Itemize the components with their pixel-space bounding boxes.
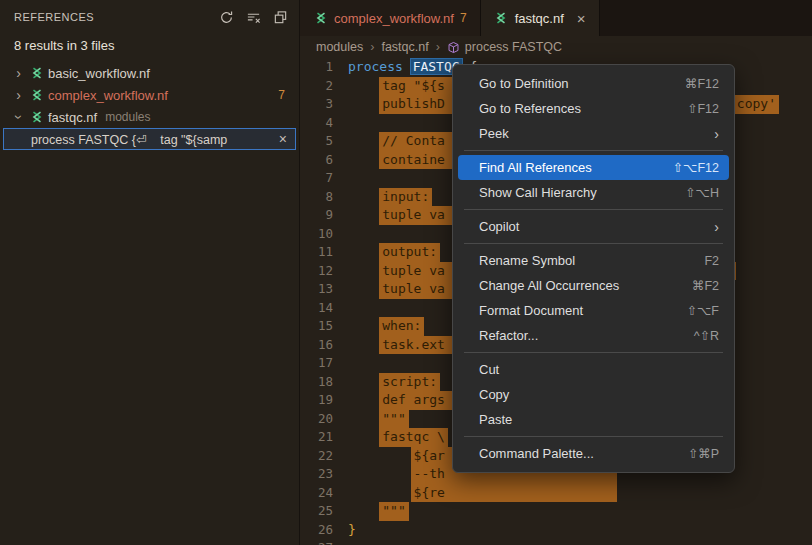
tab-fastqc-nf[interactable]: fastqc.nf×: [481, 0, 600, 36]
match-highlight: """: [379, 410, 408, 429]
line-number: 1: [300, 58, 348, 77]
menu-item-shortcut: ⌘F12: [685, 76, 719, 91]
menu-item-find-all-references[interactable]: Find All References⇧⌥F12: [458, 155, 729, 180]
menu-item-rename-symbol[interactable]: Rename SymbolF2: [458, 248, 729, 273]
menu-item-label: Refactor...: [479, 328, 538, 343]
file-row-fastqc-nf[interactable]: ›fastqc.nfmodules: [0, 106, 299, 128]
line-number: 7: [300, 169, 348, 188]
tab-complex-workflow-nf[interactable]: complex_workflow.nf7: [300, 0, 481, 36]
menu-item-refactor[interactable]: Refactor...^⇧R: [458, 323, 729, 348]
breadcrumb-separator: ›: [370, 40, 374, 54]
references-sidebar: REFERENCES 8 results in 3 files ›basic_w…: [0, 0, 300, 545]
submenu-arrow-icon: ›: [714, 126, 719, 142]
submenu-arrow-icon: ›: [714, 219, 719, 235]
code-token: }: [348, 522, 356, 537]
tab-badge: 7: [460, 11, 467, 25]
match-highlight: ${re: [411, 484, 617, 503]
line-number: 6: [300, 151, 348, 170]
line-number: 18: [300, 373, 348, 392]
line-content: """: [348, 502, 812, 521]
line-number: 26: [300, 521, 348, 540]
line-number: 22: [300, 447, 348, 466]
chevron-icon: ›: [11, 111, 27, 124]
match-highlight: output:: [379, 243, 440, 262]
breadcrumb-item-process-fastqc[interactable]: process FASTQC: [447, 40, 562, 54]
breadcrumb-separator: ›: [436, 40, 440, 54]
breadcrumb-item-fastqc-nf[interactable]: fastqc.nf: [381, 40, 428, 54]
match-highlight: input:: [379, 188, 432, 207]
reference-count-badge: 7: [278, 88, 291, 102]
refresh-icon[interactable]: [217, 8, 235, 26]
line-number: 9: [300, 206, 348, 225]
menu-item-label: Find All References: [479, 160, 592, 175]
tab-close-icon[interactable]: ×: [577, 10, 586, 27]
menu-separator: [464, 436, 723, 437]
menu-item-cut[interactable]: Cut: [458, 357, 729, 382]
sidebar-toolbar: [217, 8, 289, 26]
code-line[interactable]: 26}: [300, 521, 812, 540]
menu-item-label: Paste: [479, 412, 512, 427]
file-row-complex-workflow-nf[interactable]: ›complex_workflow.nf7: [0, 84, 299, 106]
menu-item-change-all-occurrences[interactable]: Change All Occurrences⌘F2: [458, 273, 729, 298]
menu-item-shortcut: F2: [704, 254, 719, 268]
line-number: 5: [300, 132, 348, 151]
line-number: 4: [300, 114, 348, 133]
line-number: 17: [300, 354, 348, 373]
line-number: 27: [300, 539, 348, 545]
reference-result-item[interactable]: process FASTQC {⏎ tag "${samp×: [3, 128, 296, 150]
symbol-icon: [447, 41, 460, 54]
menu-item-peek[interactable]: Peek›: [458, 121, 729, 146]
breadcrumb-item-modules[interactable]: modules: [316, 40, 363, 54]
file-row-basic-workflow-nf[interactable]: ›basic_workflow.nf: [0, 62, 299, 84]
menu-item-command-palette[interactable]: Command Palette...⇧⌘P: [458, 441, 729, 466]
line-number: 10: [300, 225, 348, 244]
menu-item-shortcut: ⇧⌥F: [686, 303, 719, 318]
line-number: 15: [300, 317, 348, 336]
code-line[interactable]: 24${re: [300, 484, 812, 503]
menu-separator: [464, 352, 723, 353]
menu-item-label: Rename Symbol: [479, 253, 575, 268]
clear-results-icon[interactable]: [244, 8, 262, 26]
menu-item-copy[interactable]: Copy: [458, 382, 729, 407]
nextflow-icon: [29, 110, 44, 125]
tab-label: complex_workflow.nf: [334, 11, 454, 26]
line-number: 2: [300, 77, 348, 96]
code-line[interactable]: 25""": [300, 502, 812, 521]
line-content: }: [348, 521, 812, 540]
close-icon[interactable]: ×: [271, 131, 295, 147]
copy-results-icon[interactable]: [271, 8, 289, 26]
menu-item-label: Go to Definition: [479, 76, 569, 91]
menu-item-shortcut: ⇧⌥F12: [673, 160, 719, 175]
line-number: 14: [300, 299, 348, 318]
menu-item-go-to-references[interactable]: Go to References⇧F12: [458, 96, 729, 121]
menu-item-show-call-hierarchy[interactable]: Show Call Hierarchy⇧⌥H: [458, 180, 729, 205]
match-highlight: script:: [379, 373, 440, 392]
menu-item-label: Copilot: [479, 219, 519, 234]
file-description: modules: [105, 110, 150, 124]
menu-item-label: Cut: [479, 362, 499, 377]
code-line[interactable]: 27: [300, 539, 812, 545]
chevron-icon: ›: [12, 65, 25, 81]
breadcrumb-label: process FASTQC: [465, 40, 562, 54]
menu-item-format-document[interactable]: Format Document⇧⌥F: [458, 298, 729, 323]
line-number: 25: [300, 502, 348, 521]
line-number: 21: [300, 428, 348, 447]
menu-item-label: Show Call Hierarchy: [479, 185, 597, 200]
match-highlight: fastqc \: [379, 428, 448, 447]
nextflow-icon: [29, 88, 44, 103]
menu-separator: [464, 243, 723, 244]
code-token: [403, 59, 411, 74]
breadcrumb: modules›fastqc.nf›process FASTQC: [300, 36, 812, 58]
code-token: process: [348, 59, 403, 74]
menu-item-copilot[interactable]: Copilot›: [458, 214, 729, 239]
line-number: 3: [300, 95, 348, 114]
reference-snippet: process FASTQC {⏎ tag "${samp: [31, 132, 271, 147]
line-number: 20: [300, 410, 348, 429]
menu-item-label: Change All Occurrences: [479, 278, 619, 293]
line-number: 13: [300, 280, 348, 299]
line-number: 16: [300, 336, 348, 355]
menu-item-go-to-definition[interactable]: Go to Definition⌘F12: [458, 71, 729, 96]
menu-item-paste[interactable]: Paste: [458, 407, 729, 432]
chevron-icon: ›: [12, 87, 25, 103]
menu-item-shortcut: ^⇧R: [694, 328, 719, 343]
